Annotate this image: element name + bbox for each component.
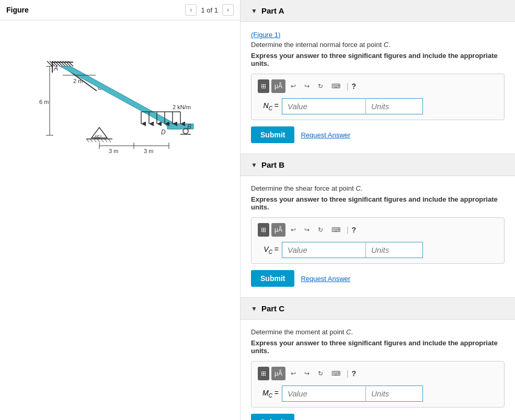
part-c-body: Determine the moment at point C. Express… xyxy=(241,320,515,420)
redo-icon: ↪ xyxy=(304,83,310,90)
part-a-keyboard-button[interactable]: ⌨ xyxy=(328,79,344,93)
part-b-header: ▼ Part B xyxy=(241,154,515,176)
figure-panel: Figure ‹ 1 of 1 › xyxy=(0,0,241,420)
part-c-help-button[interactable]: ? xyxy=(352,369,357,378)
svg-text:3 m: 3 m xyxy=(144,148,153,154)
part-a-request-answer-button[interactable]: Request Answer xyxy=(301,131,350,139)
part-c-section: ▼ Part C Determine the moment at point C… xyxy=(241,298,515,420)
part-b-undo-button[interactable]: ↩ xyxy=(288,223,299,237)
part-b-body: Determine the shear force at point C. Ex… xyxy=(241,176,515,297)
part-b-request-answer-button[interactable]: Request Answer xyxy=(301,275,350,283)
figure-navigation: ‹ 1 of 1 › xyxy=(185,4,234,16)
part-b-redo-button[interactable]: ↪ xyxy=(301,223,313,237)
grid-icon-c: ⊞ xyxy=(261,370,266,377)
svg-text:A: A xyxy=(53,65,58,72)
svg-line-26 xyxy=(108,139,111,142)
part-a-help-button[interactable]: ? xyxy=(352,82,357,90)
part-a-grid-button[interactable]: ⊞ xyxy=(258,79,269,93)
figure-content: A C 45° xyxy=(0,20,240,420)
part-b-actions: Submit Request Answer xyxy=(251,270,505,287)
part-a-body: (Figure 1) Determine the internal normal… xyxy=(241,22,515,154)
part-c-title: Part C xyxy=(261,304,284,313)
grid-icon-b: ⊞ xyxy=(261,226,266,234)
part-c-undo-button[interactable]: ↩ xyxy=(288,367,299,380)
part-c-request-answer-button[interactable]: Request Answer xyxy=(301,418,350,421)
part-a-description: Determine the internal normal force at p… xyxy=(251,41,505,49)
figure-next-button[interactable]: › xyxy=(222,4,234,16)
part-c-header: ▼ Part C xyxy=(241,298,515,320)
refresh-icon-b: ↻ xyxy=(318,226,323,234)
svg-line-20 xyxy=(86,139,89,142)
redo-icon-c: ↪ xyxy=(304,370,310,377)
part-a-value-input[interactable] xyxy=(282,98,365,114)
part-c-description: Determine the moment at point C. xyxy=(251,328,505,336)
part-a-collapse-icon[interactable]: ▼ xyxy=(251,7,257,15)
part-c-mu-button[interactable]: μÂ xyxy=(271,367,285,380)
part-c-collapse-icon[interactable]: ▼ xyxy=(251,305,257,312)
refresh-icon-c: ↻ xyxy=(318,370,323,377)
structure-svg: A C 45° xyxy=(21,46,220,161)
part-b-description: Determine the shear force at point C. xyxy=(251,184,505,192)
part-a-section: ▼ Part A (Figure 1) Determine the intern… xyxy=(241,0,515,154)
part-a-redo-button[interactable]: ↪ xyxy=(301,79,313,93)
part-c-grid-button[interactable]: ⊞ xyxy=(258,367,269,380)
part-a-units-input[interactable] xyxy=(365,98,423,114)
part-b-refresh-button[interactable]: ↻ xyxy=(315,223,326,237)
part-a-input-box: ⊞ μÂ ↩ ↪ ↻ ⌨ xyxy=(251,74,505,120)
part-a-instructions: Express your answer to three significant… xyxy=(251,52,505,67)
part-c-refresh-button[interactable]: ↻ xyxy=(315,367,326,380)
part-b-toolbar: ⊞ μÂ ↩ ↪ ↻ ⌨ xyxy=(258,223,498,237)
part-b-grid-button[interactable]: ⊞ xyxy=(258,223,269,237)
figure-diagram: A C 45° xyxy=(5,46,235,161)
svg-line-2 xyxy=(47,61,52,66)
keyboard-icon-b: ⌨ xyxy=(331,226,340,234)
part-a-label: NC = xyxy=(258,101,279,111)
part-a-input-row: NC = xyxy=(258,98,498,114)
part-b-collapse-icon[interactable]: ▼ xyxy=(251,161,257,169)
part-b-submit-button[interactable]: Submit xyxy=(251,270,294,287)
figure-prev-button[interactable]: ‹ xyxy=(185,4,197,16)
part-a-mu-button[interactable]: μÂ xyxy=(271,79,285,93)
mu-icon: μÂ xyxy=(274,83,282,90)
part-b-units-input[interactable] xyxy=(365,242,423,258)
redo-icon-b: ↪ xyxy=(304,226,310,234)
figure-title: Figure xyxy=(6,6,29,14)
part-b-value-input[interactable] xyxy=(282,242,365,258)
undo-icon-c: ↩ xyxy=(291,370,296,377)
part-c-input-row: MC = xyxy=(258,386,498,402)
part-a-figure-link[interactable]: (Figure 1) xyxy=(251,31,280,39)
part-c-toolbar-sep: | xyxy=(347,369,349,378)
part-c-value-input[interactable] xyxy=(282,386,365,402)
parts-panel: ▼ Part A (Figure 1) Determine the intern… xyxy=(241,0,515,420)
grid-icon: ⊞ xyxy=(261,83,266,90)
svg-text:B: B xyxy=(187,123,191,131)
part-c-input-box: ⊞ μÂ ↩ ↪ ↻ ⌨ xyxy=(251,361,505,407)
svg-text:6 m: 6 m xyxy=(39,99,49,105)
keyboard-icon: ⌨ xyxy=(331,83,340,90)
part-b-mu-button[interactable]: μÂ xyxy=(271,223,285,237)
part-b-instructions: Express your answer to three significant… xyxy=(251,195,505,211)
figure-header: Figure ‹ 1 of 1 › xyxy=(0,0,240,20)
part-b-help-button[interactable]: ? xyxy=(352,226,357,234)
part-c-actions: Submit Request Answer xyxy=(251,414,505,420)
part-c-keyboard-button[interactable]: ⌨ xyxy=(328,367,344,380)
part-c-redo-button[interactable]: ↪ xyxy=(301,367,313,380)
mu-icon-b: μÂ xyxy=(274,226,282,234)
svg-line-25 xyxy=(105,139,107,142)
part-b-input-box: ⊞ μÂ ↩ ↪ ↻ ⌨ xyxy=(251,217,505,264)
part-a-submit-button[interactable]: Submit xyxy=(251,126,294,143)
part-b-title: Part B xyxy=(261,160,284,169)
svg-line-21 xyxy=(90,139,93,142)
part-c-submit-button[interactable]: Submit xyxy=(251,414,294,420)
undo-icon-b: ↩ xyxy=(291,226,296,234)
part-a-undo-button[interactable]: ↩ xyxy=(288,79,299,93)
part-b-keyboard-button[interactable]: ⌨ xyxy=(328,223,344,237)
part-c-units-input[interactable] xyxy=(365,386,423,402)
part-b-label: VC = xyxy=(258,245,279,255)
part-b-section: ▼ Part B Determine the shear force at po… xyxy=(241,154,515,298)
part-c-toolbar: ⊞ μÂ ↩ ↪ ↻ ⌨ xyxy=(258,367,498,380)
part-a-refresh-button[interactable]: ↻ xyxy=(315,79,326,93)
undo-icon: ↩ xyxy=(291,83,296,90)
svg-text:3 m: 3 m xyxy=(109,148,118,154)
part-c-instructions: Express your answer to three significant… xyxy=(251,339,505,355)
